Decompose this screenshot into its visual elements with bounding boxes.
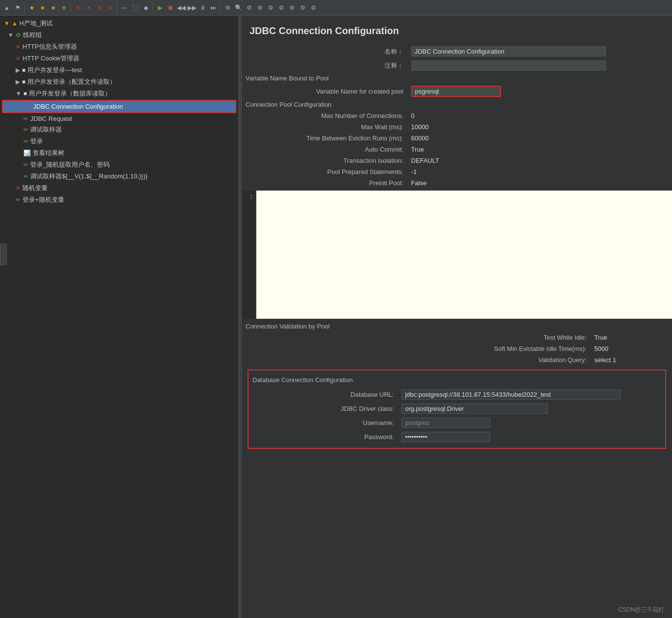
db-connection-section: Database Connection Configuration Databa… [248,369,666,449]
variable-name-input[interactable] [411,86,501,97]
jdbc-driver-input[interactable] [402,404,548,414]
tree-item-http-header[interactable]: ✕ HTTP信息头管理器 [0,41,238,53]
max-wait-label: Max Wait (ms): [242,121,407,133]
expand-icon-concurrent-test: ▶ [16,67,20,74]
max-connections-label: Max Number of Connections: [242,110,407,121]
password-row: Password: [249,430,665,444]
tree-label-login-random-user: 登录_随机提取用户名、密码 [30,160,234,169]
toolbar-search-icon[interactable]: 🔍 [233,3,243,13]
toolbar-settings3-icon[interactable]: ⚙ [266,3,275,13]
tree-item-login-random-user[interactable]: ✏ 登录_随机提取用户名、密码 [0,159,238,171]
toolbar-settings5-icon[interactable]: ⚙ [287,3,297,13]
code-content-area[interactable] [256,191,672,319]
side-collapse-button[interactable]: · · · [0,244,7,265]
toolbar-settings6-icon[interactable]: ⚙ [298,3,307,13]
toolbar-icon-star1[interactable]: ★ [27,3,37,13]
tree-item-jdbc-request[interactable]: ✏ JDBC Request [0,114,238,124]
toolbar-settings4-icon[interactable]: ⚙ [276,3,286,13]
toolbar-icon-star3[interactable]: ★ [48,3,58,13]
tree-item-concurrent-login-config[interactable]: ▶ ■ 用户并发登录（配置文件读取） [0,76,238,88]
transaction-isolation-row: Transaction Isolation: DEFAULT [242,155,672,166]
tree-item-concurrent-login-test[interactable]: ▶ ■ 用户并发登录—test [0,64,238,76]
auto-commit-row: Auto Commit: True [242,144,672,155]
pool-config-header-row: Connection Pool Configuration [242,99,672,110]
code-textarea[interactable] [256,191,672,319]
username-row: Username: [249,416,665,430]
validation-query-row: Validation Query: select 1 [242,354,672,366]
pool-prepared-value: -1 [407,166,672,177]
variable-bound-header-row: Variable Name Bound to Pool [242,73,672,84]
toolbar-icon-x2[interactable]: ✕ [84,3,94,13]
toolbar-pause-icon[interactable]: ⏸ [198,3,208,13]
tree-item-h-prod-test[interactable]: ▼ ▲ H产地_测试 [0,18,238,29]
name-field [407,44,672,58]
toolbar-settings2-icon[interactable]: ⚙ [255,3,265,13]
tree-item-login[interactable]: ✏ 登录 [0,135,238,147]
line-numbers: 1 [242,191,256,319]
toolbar-icon-dash[interactable]: — [119,3,129,13]
toolbar-icon-x4[interactable]: ✕ [105,3,115,13]
tree-label-login-random-var: 登录+随机变量 [22,195,234,204]
tree-item-debug-sampler[interactable]: ✏ 调试取样器 [0,124,238,135]
tree-item-view-results[interactable]: 📊 查看结果树 [0,147,238,159]
side-dot-2: · [3,252,4,257]
toolbar-separator-3 [117,3,117,12]
toolbar-gear-icon[interactable]: ⚙ [223,3,232,13]
toolbar-icon-star4[interactable]: ★ [59,3,69,13]
tree-item-login-random-var[interactable]: ✏ 登录+随机变量 [0,194,238,206]
auto-commit-label: Auto Commit: [242,144,407,155]
tree-item-http-cookie[interactable]: ✕ HTTP Cookie管理器 [0,53,238,64]
tree-item-thread-group[interactable]: ▼ ⚙ 线程组 [0,29,238,41]
db-config-form: Database URL: JDBC Driver class: Usernam… [249,387,665,444]
tree-label-http-cookie: HTTP Cookie管理器 [22,54,234,63]
expand-icon-concurrent-config: ▶ [16,78,20,85]
toolbar-prev-icon[interactable]: ◀◀ [176,3,186,13]
toolbar-icon-flag[interactable]: ⚑ [13,3,22,13]
toolbar-skip-icon[interactable]: ⏭ [209,3,218,13]
toolbar-settings7-icon[interactable]: ⚙ [308,3,318,13]
tree-item-jdbc-connection[interactable]: ✕ JDBC Connection Configuration [3,101,235,112]
tree-item-debug-sampler-random[interactable]: ✏ 调试取样器${__V(1.${__Random(1,10,)})} [0,171,238,182]
name-input[interactable] [411,46,606,57]
toolbar-icon-square[interactable]: ⬛ [130,3,140,13]
database-url-input[interactable] [402,389,621,400]
concurrent-db-icon: ■ [23,90,27,97]
toolbar-settings-icon[interactable]: ⚙ [244,3,254,13]
tree-label-debug-sampler-random: 调试取样器${__V(1.${__Random(1,10,)})} [30,172,234,181]
toolbar-separator-4 [153,3,153,12]
expand-icon-h-prod: ▼ [4,20,10,27]
jdbc-driver-row: JDBC Driver class: [249,402,665,416]
tree-label-jdbc-request: JDBC Request [30,115,234,122]
toolbar-icon-star2[interactable]: ★ [38,3,47,13]
thread-group-icon: ⚙ [16,32,21,39]
toolbar: ▲ ⚑ ★ ★ ★ ★ ✕ ✕ ✕ ✕ — ⬛ ◆ ▶ ⏹ ◀◀ ▶▶ ⏸ ⏭ … [0,0,672,16]
pool-config-header: Connection Pool Configuration [242,99,672,110]
comment-input[interactable] [411,60,606,71]
tree-item-random-var[interactable]: ✕ 随机变量 [0,182,238,194]
tree-label-jdbc-connection: JDBC Connection Configuration [33,103,233,110]
jdbc-driver-label: JDBC Driver class: [249,402,398,416]
expand-icon-thread: ▼ [8,32,14,39]
soft-min-evictable-value: 5000 [591,343,672,354]
eviction-row: Time Between Eviction Runs (ms): 60000 [242,133,672,144]
toolbar-next-icon[interactable]: ▶▶ [187,3,197,13]
toolbar-play-icon[interactable]: ▶ [155,3,165,13]
toolbar-icon-triangle[interactable]: ▲ [2,3,12,13]
username-label: Username: [249,416,398,430]
db-section-title: Database Connection Configuration [249,374,665,387]
preinit-pool-value: False [407,177,672,189]
password-input[interactable] [402,432,490,442]
tree-item-concurrent-login-db[interactable]: ▼ ■ 用户并发登录（数据库读取） [0,88,238,99]
toolbar-stop-icon[interactable]: ⏹ [166,3,175,13]
concurrent-test-icon: ■ [22,67,25,74]
max-connections-value: 0 [407,110,672,121]
pool-prepared-label: Pool Prepared Statements: [242,166,407,177]
toolbar-icon-x3[interactable]: ✕ [95,3,104,13]
password-label: Password: [249,430,398,444]
validation-header-row: Connection Validation by Pool [242,321,672,332]
concurrent-config-icon: ■ [22,78,25,85]
username-input[interactable] [402,418,490,428]
code-area-container: 1 [242,191,672,319]
toolbar-icon-diamond[interactable]: ◆ [141,3,151,13]
toolbar-icon-x1[interactable]: ✕ [73,3,83,13]
